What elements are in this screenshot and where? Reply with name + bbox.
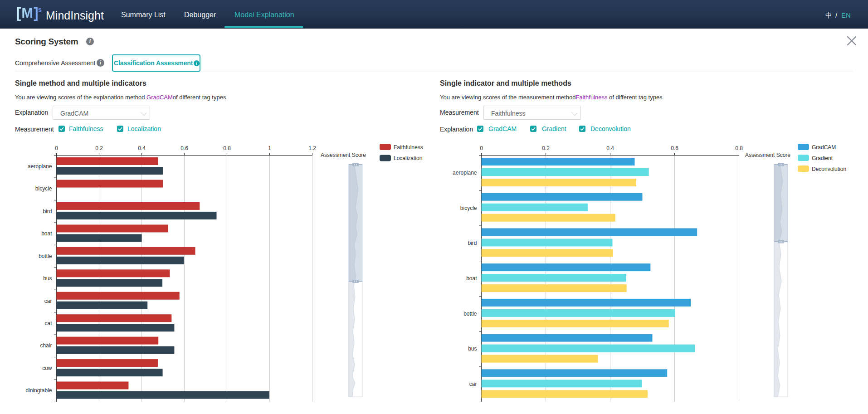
svg-text:Assessment Score: Assessment Score <box>745 152 790 158</box>
svg-text:0.8: 0.8 <box>735 145 743 151</box>
svg-text:bus: bus <box>43 275 52 282</box>
svg-text:car: car <box>469 381 477 387</box>
svg-text:0: 0 <box>55 145 58 151</box>
svg-text:0.2: 0.2 <box>95 145 103 151</box>
svg-text:bird: bird <box>468 240 477 246</box>
svg-text:Assessment Score: Assessment Score <box>321 152 366 158</box>
svg-text:0: 0 <box>480 145 483 151</box>
svg-text:1: 1 <box>268 145 271 151</box>
svg-text:bicycle: bicycle <box>35 185 52 192</box>
svg-text:cat: cat <box>44 320 52 326</box>
svg-text:bicycle: bicycle <box>460 205 477 211</box>
svg-text:bird: bird <box>43 208 52 214</box>
svg-text:0.2: 0.2 <box>542 145 550 151</box>
svg-text:0.4: 0.4 <box>138 145 146 151</box>
svg-text:Gradient: Gradient <box>812 155 833 161</box>
svg-text:bottle: bottle <box>463 311 477 317</box>
svg-text:diningtable: diningtable <box>25 387 52 394</box>
svg-text:car: car <box>44 298 52 304</box>
svg-text:boat: boat <box>41 230 52 237</box>
svg-text:0.6: 0.6 <box>671 145 678 151</box>
svg-text:0.6: 0.6 <box>180 145 188 151</box>
svg-text:bus: bus <box>468 346 477 352</box>
svg-text:chair: chair <box>40 342 52 349</box>
svg-text:Deconvolution: Deconvolution <box>812 166 846 172</box>
svg-text:bottle: bottle <box>39 253 52 259</box>
svg-text:Faithfulness: Faithfulness <box>394 144 423 151</box>
svg-text:boat: boat <box>466 275 477 282</box>
svg-text:aeroplane: aeroplane <box>28 163 52 170</box>
svg-text:0.8: 0.8 <box>223 145 231 151</box>
svg-text:Localization: Localization <box>394 155 422 161</box>
svg-text:GradCAM: GradCAM <box>812 144 836 151</box>
svg-text:0.4: 0.4 <box>606 145 614 151</box>
svg-text:cow: cow <box>42 365 52 371</box>
svg-text:1.2: 1.2 <box>308 145 316 151</box>
svg-text:aeroplane: aeroplane <box>453 170 477 176</box>
